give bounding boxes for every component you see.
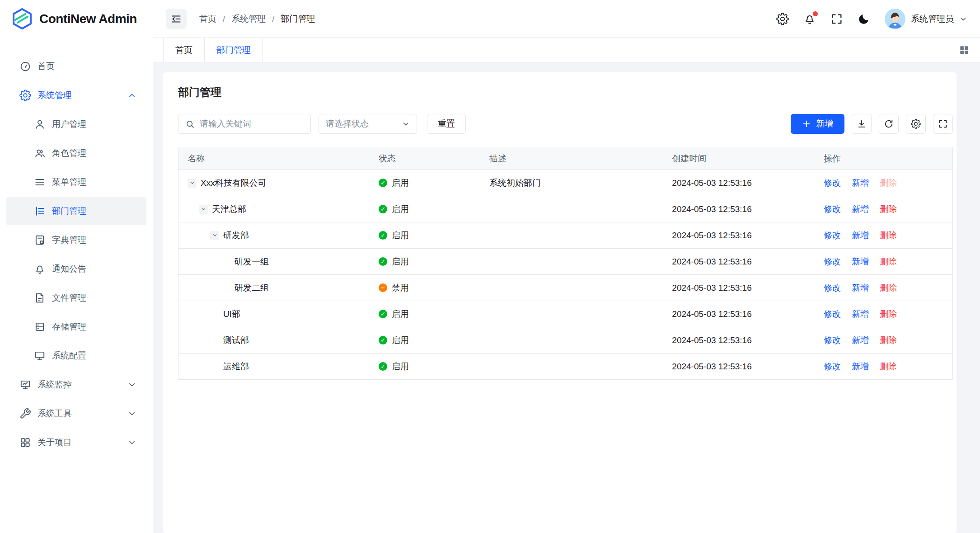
tab-list-grid-icon[interactable]: [958, 44, 970, 56]
action-link[interactable]: 修改: [824, 256, 841, 268]
breadcrumb-separator: /: [223, 14, 225, 24]
table-row: 研发部✓启用2024-05-03 12:53:16修改新增删除: [178, 222, 952, 249]
notification-bell-icon[interactable]: [803, 13, 816, 25]
status-select-placeholder: 请选择状态: [326, 118, 369, 130]
add-button[interactable]: 新增: [791, 114, 844, 134]
notification-badge: [813, 11, 818, 16]
sidebar-collapse-button[interactable]: [166, 9, 187, 29]
sidebar-item-storage[interactable]: 存储管理: [6, 313, 146, 341]
breadcrumb-item-home[interactable]: 首页: [199, 13, 216, 25]
action-link[interactable]: 删除: [880, 203, 897, 215]
export-download-button[interactable]: [852, 114, 872, 134]
sidebar-item-bell[interactable]: 通知公告: [6, 255, 146, 283]
action-link[interactable]: 修改: [824, 335, 841, 346]
sidebar-item-label: 角色管理: [52, 147, 146, 159]
sidebar-item-file[interactable]: 文件管理: [6, 284, 146, 312]
action-link[interactable]: 修改: [824, 203, 841, 215]
fullscreen-icon[interactable]: [830, 13, 843, 25]
status-cell: −禁用: [370, 282, 480, 294]
status-label: 启用: [392, 177, 409, 189]
col-actions: 操作: [815, 153, 952, 165]
action-link[interactable]: 新增: [852, 361, 869, 373]
search-placeholder: 请输入关键词: [200, 118, 251, 130]
column-settings-button[interactable]: [906, 114, 926, 134]
action-link[interactable]: 新增: [852, 282, 869, 294]
action-link[interactable]: 新增: [852, 177, 869, 189]
tab-strip-actions: [958, 38, 980, 62]
dept-table: 名称 状态 描述 创建时间 操作 Xxx科技有限公司✓启用系统初始部门2024-…: [178, 147, 953, 380]
sidebar-item-label: 首页: [38, 61, 146, 72]
sidebar-item-grid-outline[interactable]: 关于项目: [6, 429, 146, 457]
table-fullscreen-button[interactable]: [933, 114, 953, 134]
settings-icon[interactable]: [776, 13, 789, 25]
status-enabled-icon: ✓: [379, 257, 387, 266]
dept-name-cell: 测试部: [178, 335, 370, 346]
reset-button[interactable]: 重置: [427, 114, 466, 134]
sidebar-item-monitor[interactable]: 系统配置: [6, 342, 146, 370]
action-link[interactable]: 删除: [880, 361, 897, 373]
sidebar-item-dict[interactable]: 字典管理: [6, 226, 146, 254]
sidebar-item-gear[interactable]: 系统管理: [6, 81, 146, 109]
refresh-button[interactable]: [879, 114, 899, 134]
dept-name-cell: 运维部: [178, 361, 370, 373]
breadcrumb-item-system[interactable]: 系统管理: [231, 13, 266, 25]
status-label: 启用: [392, 230, 409, 241]
action-link[interactable]: 新增: [852, 335, 869, 346]
sidebar-item-dashboard[interactable]: 首页: [6, 52, 146, 80]
table-row: 研发一组✓启用2024-05-03 12:53:16修改新增删除: [178, 249, 952, 275]
action-link[interactable]: 新增: [852, 230, 869, 241]
row-expander-chevron-icon[interactable]: [188, 179, 197, 188]
dict-icon: [34, 234, 46, 246]
sidebar-item-label: 系统管理: [38, 90, 127, 101]
action-link[interactable]: 删除: [880, 256, 897, 268]
toolbar-right: 新增: [791, 114, 953, 134]
action-link[interactable]: 修改: [824, 230, 841, 241]
action-link[interactable]: 删除: [880, 335, 897, 346]
action-link[interactable]: 新增: [852, 203, 869, 215]
action-link[interactable]: 修改: [824, 308, 841, 320]
actions-cell: 修改新增删除: [815, 282, 952, 294]
sidebar-item-user[interactable]: 用户管理: [6, 110, 146, 138]
status-select[interactable]: 请选择状态: [319, 114, 417, 134]
row-expander-chevron-icon[interactable]: [210, 231, 219, 240]
action-link[interactable]: 新增: [852, 256, 869, 268]
sidebar-item-users[interactable]: 角色管理: [6, 139, 146, 167]
sidebar-item-tree[interactable]: 部门管理: [6, 197, 146, 225]
gear-icon: [19, 90, 31, 101]
status-enabled-icon: ✓: [379, 205, 387, 213]
breadcrumb-item-current: 部门管理: [281, 13, 315, 25]
dept-name: UI部: [223, 308, 240, 320]
sidebar-item-label: 系统工具: [38, 408, 127, 420]
dept-name: 测试部: [223, 335, 249, 346]
sidebar-item-monitor-chart[interactable]: 系统监控: [6, 371, 146, 399]
file-icon: [34, 292, 46, 304]
table-row: UI部✓启用2024-05-03 12:53:16修改新增删除: [178, 301, 952, 327]
status-label: 启用: [392, 203, 409, 215]
sidebar-item-wrench[interactable]: 系统工具: [6, 400, 146, 428]
dark-mode-moon-icon[interactable]: [858, 13, 870, 25]
dept-card: 部门管理 请输入关键词 请选择状态 重置 新增: [163, 72, 957, 533]
row-expander-chevron-icon[interactable]: [199, 205, 208, 214]
user-menu[interactable]: 系统管理员: [885, 9, 967, 29]
tree-icon: [34, 205, 46, 217]
action-link[interactable]: 修改: [824, 177, 841, 189]
sidebar-item-menu-lines[interactable]: 菜单管理: [6, 168, 146, 196]
topbar-actions: 系统管理员: [776, 9, 967, 29]
logo-row[interactable]: ContiNew Admin: [0, 0, 153, 38]
storage-icon: [34, 321, 46, 333]
monitor-icon: [34, 350, 46, 362]
action-link[interactable]: 删除: [880, 282, 897, 294]
status-enabled-icon: ✓: [379, 231, 387, 240]
action-link[interactable]: 修改: [824, 361, 841, 373]
action-link[interactable]: 删除: [880, 308, 897, 320]
tab-dept-management[interactable]: 部门管理: [205, 38, 263, 62]
action-link[interactable]: 删除: [880, 230, 897, 241]
action-link[interactable]: 新增: [852, 308, 869, 320]
search-input[interactable]: 请输入关键词: [178, 114, 311, 134]
actions-cell: 修改新增删除: [815, 203, 952, 215]
action-link[interactable]: 修改: [824, 282, 841, 294]
tab-home[interactable]: 首页: [163, 38, 205, 62]
sidebar-menu: 首页系统管理用户管理角色管理菜单管理部门管理字典管理通知公告文件管理存储管理系统…: [0, 38, 153, 533]
dashboard-icon: [19, 61, 31, 72]
toolbar: 请输入关键词 请选择状态 重置 新增: [178, 114, 953, 134]
